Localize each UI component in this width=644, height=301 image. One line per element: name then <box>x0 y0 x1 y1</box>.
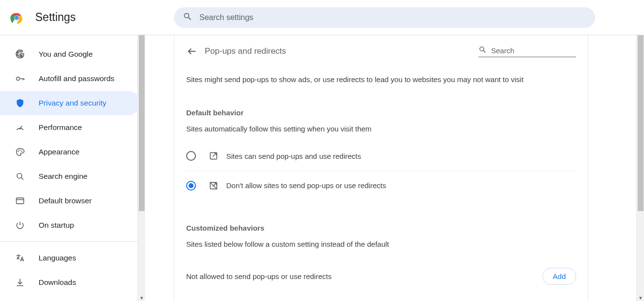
key-icon <box>15 73 25 84</box>
download-icon <box>15 277 25 288</box>
default-behavior-sub: Sites automatically follow this setting … <box>186 125 576 133</box>
shield-icon <box>15 98 25 108</box>
svg-point-3 <box>15 16 19 19</box>
sidebar-item-autofill[interactable]: Autofill and passwords <box>0 66 140 91</box>
sidebar-item-label: Autofill and passwords <box>39 74 114 83</box>
svg-point-4 <box>17 77 20 81</box>
google-icon <box>15 49 25 60</box>
svg-point-10 <box>17 173 22 178</box>
search-icon <box>183 12 199 23</box>
svg-rect-11 <box>17 198 24 204</box>
custom-behavior-heading: Customized behaviors <box>186 224 576 232</box>
back-button[interactable] <box>186 45 198 57</box>
not-allowed-label: Not allowed to send pop-ups or use redir… <box>186 272 332 280</box>
arrow-left-icon <box>187 46 197 57</box>
svg-point-6 <box>18 151 19 152</box>
sidebar-item-search-engine[interactable]: Search engine <box>0 164 140 189</box>
app-header: Settings <box>0 0 644 35</box>
radio-unchecked-icon <box>186 151 196 161</box>
sidebar-item-label: You and Google <box>39 50 93 59</box>
option-label: Sites can send pop-ups and use redirects <box>226 152 361 160</box>
global-search-input[interactable] <box>199 13 586 22</box>
default-behavior-heading: Default behavior <box>186 108 576 117</box>
radio-checked-icon <box>186 181 196 191</box>
svg-point-8 <box>21 150 21 150</box>
scroll-down-icon[interactable]: ▼ <box>638 296 643 301</box>
sidebar-item-label: Privacy and security <box>39 99 107 108</box>
default-behavior-options: Sites can send pop-ups and use redirects… <box>186 142 576 200</box>
sidebar: You and Google Autofill and passwords Pr… <box>0 35 146 301</box>
sidebar-item-label: Appearance <box>39 148 80 156</box>
main-content: Pop-ups and redirects Sites might send p… <box>146 35 644 301</box>
browser-icon <box>15 195 25 206</box>
sidebar-item-label: Search engine <box>39 172 87 181</box>
open-in-new-icon <box>209 151 218 161</box>
option-allow-popups[interactable]: Sites can send pop-ups and use redirects <box>186 142 576 171</box>
translate-icon <box>15 253 25 263</box>
sidebar-item-downloads[interactable]: Downloads <box>0 270 140 295</box>
sidebar-item-default-browser[interactable]: Default browser <box>0 189 140 213</box>
option-block-popups[interactable]: Don't allow sites to send pop-ups or use… <box>186 171 576 200</box>
panel-search[interactable] <box>478 45 576 57</box>
main-scrollbar[interactable]: ▼ <box>636 35 644 301</box>
settings-panel: Pop-ups and redirects Sites might send p… <box>174 35 588 301</box>
scrollbar-thumb[interactable] <box>638 35 644 211</box>
sidebar-item-label: Downloads <box>39 278 76 287</box>
sidebar-item-appearance[interactable]: Appearance <box>0 140 140 164</box>
sidebar-scrollbar[interactable]: ▼ <box>137 35 145 301</box>
option-label: Don't allow sites to send pop-ups or use… <box>226 181 386 190</box>
scroll-down-icon[interactable]: ▼ <box>139 296 144 301</box>
panel-search-input[interactable] <box>491 46 576 55</box>
search-icon <box>15 171 25 182</box>
panel-description: Sites might send pop-ups to show ads, or… <box>186 74 576 85</box>
sidebar-divider <box>0 241 145 242</box>
global-search[interactable] <box>174 7 595 28</box>
power-icon <box>15 220 25 231</box>
chrome-logo-icon <box>10 11 23 24</box>
sidebar-item-label: On startup <box>39 221 74 230</box>
add-button[interactable]: Add <box>542 268 576 285</box>
sidebar-item-you-and-google[interactable]: You and Google <box>0 42 140 66</box>
search-icon <box>478 45 491 56</box>
panel-header: Pop-ups and redirects <box>186 35 576 67</box>
sidebar-item-label: Performance <box>39 123 82 132</box>
sidebar-item-label: Default browser <box>39 196 92 205</box>
svg-point-9 <box>21 151 22 152</box>
open-in-new-blocked-icon <box>209 181 218 191</box>
scrollbar-thumb[interactable] <box>139 35 145 211</box>
sidebar-item-performance[interactable]: Performance <box>0 115 140 140</box>
svg-point-7 <box>19 150 20 150</box>
custom-behavior-sub: Sites listed below follow a custom setti… <box>186 240 576 248</box>
sidebar-item-languages[interactable]: Languages <box>0 246 140 270</box>
palette-icon <box>15 147 25 157</box>
sidebar-item-privacy[interactable]: Privacy and security <box>0 91 140 115</box>
not-allowed-list-row: Not allowed to send pop-ups or use redir… <box>186 268 576 285</box>
gauge-icon <box>15 122 25 133</box>
svg-point-5 <box>20 128 21 129</box>
page-title: Settings <box>35 11 76 24</box>
sidebar-item-label: Languages <box>39 254 76 262</box>
sidebar-item-startup[interactable]: On startup <box>0 213 140 237</box>
panel-title: Pop-ups and redirects <box>205 46 286 56</box>
